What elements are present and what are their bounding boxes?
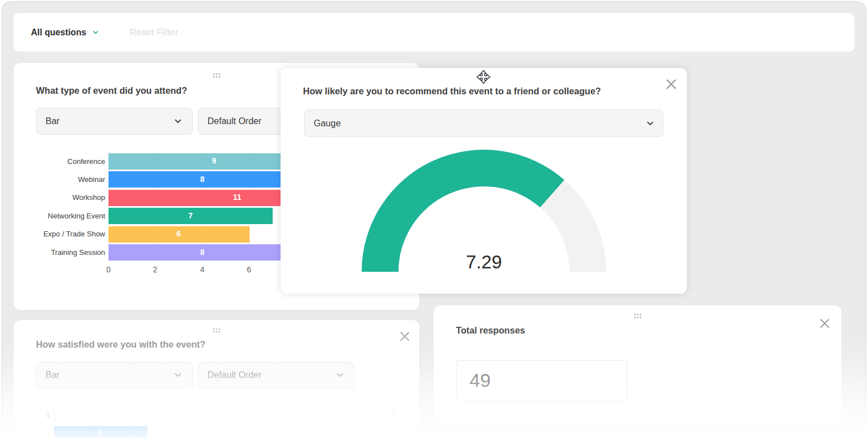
- svg-text:7.29: 7.29: [466, 252, 502, 272]
